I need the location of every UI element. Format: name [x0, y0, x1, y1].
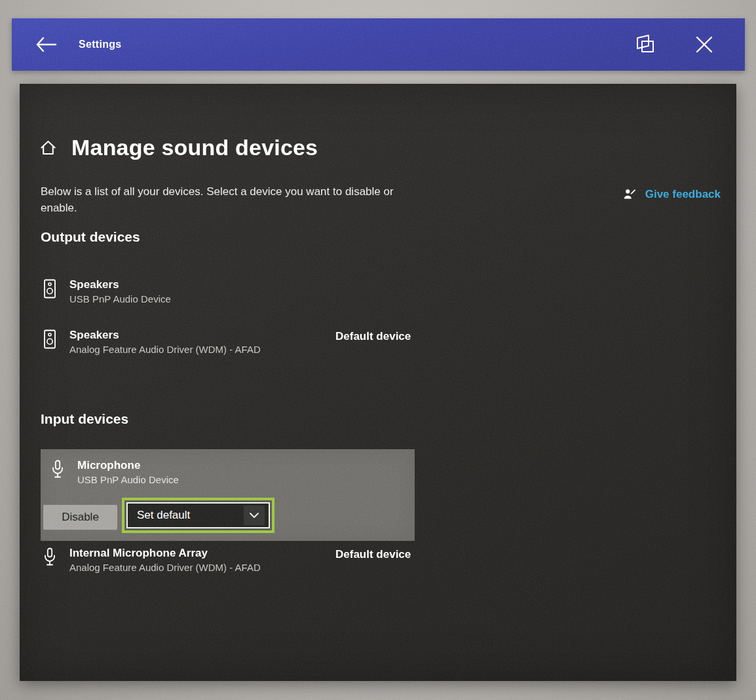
microphone-icon — [41, 547, 59, 568]
home-icon — [39, 139, 57, 157]
set-default-dropdown[interactable]: Set default — [126, 502, 270, 528]
back-button[interactable] — [31, 29, 62, 60]
device-name: Speakers — [69, 278, 171, 292]
close-button[interactable] — [690, 30, 719, 59]
device-detail: Analog Feature Audio Driver (WDM) - AFAD — [69, 561, 261, 574]
device-detail: USB PnP Audio Device — [69, 293, 171, 306]
feedback-person-icon — [622, 187, 637, 202]
device-row-internal-mic-array[interactable]: Internal Microphone Array Analog Feature… — [41, 546, 261, 574]
close-icon — [694, 35, 714, 54]
device-row-speakers-usb[interactable]: Speakers USB PnP Audio Device — [41, 278, 171, 306]
device-name: Microphone — [77, 458, 179, 473]
device-text: Speakers Analog Feature Audio Driver (WD… — [69, 328, 261, 356]
set-default-label: Set default — [137, 509, 190, 522]
microphone-icon — [48, 459, 67, 480]
input-devices-heading: Input devices — [41, 411, 128, 427]
output-devices-heading: Output devices — [41, 229, 140, 245]
give-feedback-link[interactable]: Give feedback — [622, 187, 721, 202]
device-row-speakers-afad[interactable]: Speakers Analog Feature Audio Driver (WD… — [41, 328, 261, 356]
device-detail: Analog Feature Audio Driver (WDM) - AFAD — [69, 343, 261, 356]
page-title: Manage sound devices — [71, 135, 318, 160]
follow-window-icon — [633, 33, 658, 56]
chevron-down-icon — [244, 506, 265, 525]
default-device-badge: Default device — [335, 547, 411, 562]
follow-window-button[interactable] — [631, 30, 660, 59]
speaker-icon — [41, 278, 59, 299]
feedback-label: Give feedback — [645, 188, 721, 201]
page-header: Manage sound devices — [39, 135, 318, 160]
default-device-badge: Default device — [335, 329, 411, 344]
device-text: Microphone USB PnP Audio Device — [77, 458, 179, 487]
back-arrow-icon — [35, 36, 58, 53]
device-name: Speakers — [69, 328, 261, 342]
selected-device-block[interactable]: Microphone USB PnP Audio Device Disable … — [41, 449, 415, 541]
window-title: Settings — [79, 39, 122, 50]
device-text: Speakers USB PnP Audio Device — [69, 278, 171, 306]
device-text: Internal Microphone Array Analog Feature… — [69, 546, 261, 574]
device-name: Internal Microphone Array — [69, 546, 261, 561]
set-default-focus-ring: Set default — [122, 498, 274, 533]
device-detail: USB PnP Audio Device — [77, 473, 179, 487]
titlebar: Settings — [12, 18, 745, 71]
page-description: Below is a list of all your devices. Sel… — [41, 183, 417, 216]
disable-button[interactable]: Disable — [43, 505, 117, 530]
device-row-microphone-usb[interactable]: Microphone USB PnP Audio Device — [48, 458, 179, 487]
titlebar-actions — [631, 30, 719, 59]
speaker-icon — [41, 329, 59, 350]
settings-panel: Manage sound devices Below is a list of … — [20, 84, 736, 681]
